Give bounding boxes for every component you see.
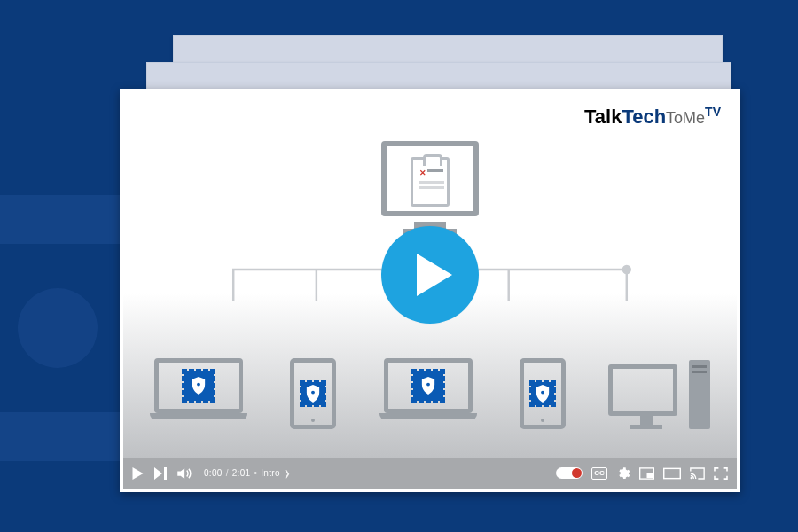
cc-icon: CC bbox=[591, 467, 607, 480]
volume-icon bbox=[177, 467, 193, 480]
theater-icon bbox=[663, 467, 681, 480]
brand-part-4: TV bbox=[705, 105, 721, 119]
play-icon bbox=[132, 467, 144, 480]
next-icon bbox=[154, 467, 167, 480]
fullscreen-icon bbox=[714, 467, 728, 480]
video-card-stack: TalkTechToMeTV ✕ bbox=[120, 35, 740, 461]
shield-icon bbox=[301, 382, 325, 405]
tablet-icon bbox=[290, 358, 336, 429]
video-player: TalkTechToMeTV ✕ bbox=[123, 92, 737, 489]
cc-button[interactable]: CC bbox=[591, 467, 607, 480]
video-card-front: TalkTechToMeTV ✕ bbox=[120, 89, 740, 492]
next-button[interactable] bbox=[154, 467, 167, 480]
endpoint-row bbox=[150, 323, 710, 429]
big-play-icon bbox=[417, 254, 452, 296]
autoplay-pill bbox=[556, 467, 583, 479]
chapter-name[interactable]: Intro bbox=[261, 468, 280, 478]
brand-part-2: Tech bbox=[622, 106, 666, 128]
video-controls: 0:00 / 2:01 • Intro ❯ CC bbox=[123, 458, 737, 489]
chapter-separator: • bbox=[254, 468, 257, 478]
fullscreen-button[interactable] bbox=[714, 467, 728, 480]
svg-rect-6 bbox=[647, 473, 653, 478]
svg-point-8 bbox=[691, 476, 692, 478]
svg-point-3 bbox=[426, 383, 430, 387]
time-separator: / bbox=[226, 468, 229, 478]
video-content-area[interactable]: TalkTechToMeTV ✕ bbox=[123, 92, 737, 458]
clipboard-line bbox=[419, 186, 444, 189]
miniplayer-button[interactable] bbox=[639, 467, 654, 480]
current-time: 0:00 bbox=[204, 468, 223, 478]
cast-icon bbox=[690, 467, 705, 480]
volume-button[interactable] bbox=[177, 467, 193, 480]
desktop-icon bbox=[608, 340, 710, 429]
cast-button[interactable] bbox=[690, 467, 705, 480]
autoplay-toggle[interactable] bbox=[556, 467, 583, 479]
chevron-right-icon: ❯ bbox=[284, 469, 291, 478]
svg-rect-7 bbox=[664, 468, 681, 478]
laptop-icon bbox=[150, 358, 247, 429]
settings-button[interactable] bbox=[616, 466, 630, 481]
clipboard-icon: ✕ bbox=[411, 157, 450, 207]
clipboard-x-mark: ✕ bbox=[419, 168, 426, 177]
theater-button[interactable] bbox=[663, 467, 681, 480]
svg-point-1 bbox=[197, 383, 200, 387]
laptop-icon bbox=[379, 358, 477, 429]
gear-icon bbox=[616, 466, 630, 481]
server-monitor-icon: ✕ bbox=[381, 141, 479, 216]
play-button[interactable] bbox=[132, 467, 144, 480]
duration: 2:01 bbox=[232, 468, 251, 478]
miniplayer-icon bbox=[639, 467, 654, 480]
shield-icon bbox=[531, 382, 554, 405]
shield-icon bbox=[413, 371, 443, 401]
clipboard-line bbox=[419, 181, 444, 184]
brand-logo: TalkTechToMeTV bbox=[584, 105, 721, 129]
svg-point-0 bbox=[623, 266, 630, 273]
big-play-button[interactable] bbox=[381, 226, 479, 324]
brand-part-1: Talk bbox=[584, 106, 622, 128]
tablet-icon bbox=[520, 358, 566, 429]
brand-part-3: ToMe bbox=[666, 109, 705, 127]
svg-point-4 bbox=[541, 391, 544, 395]
clipboard-line bbox=[427, 169, 443, 172]
svg-point-2 bbox=[311, 391, 315, 395]
time-display: 0:00 / 2:01 • Intro ❯ bbox=[204, 468, 291, 478]
shield-icon bbox=[184, 371, 214, 401]
